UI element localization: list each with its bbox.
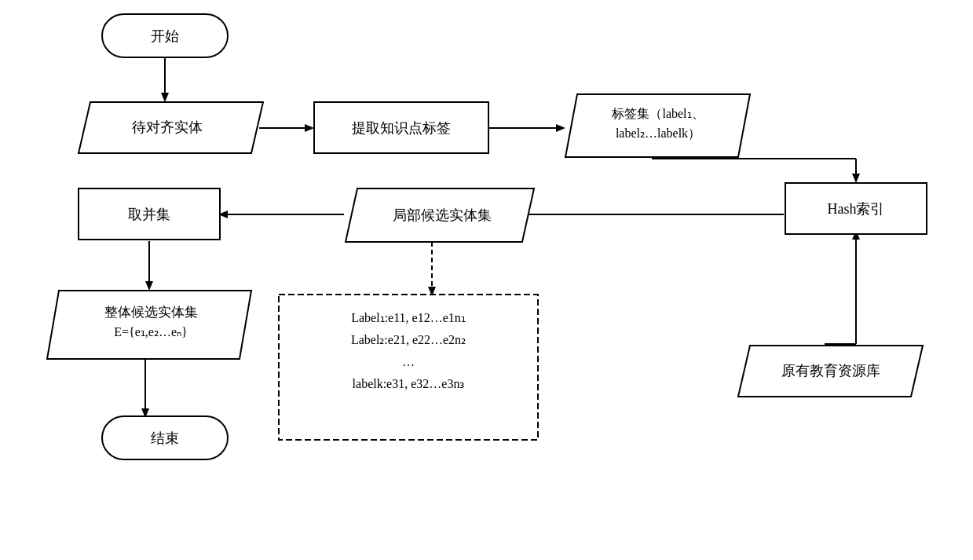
union-label: 取并集 (128, 207, 170, 222)
svg-marker-25 (565, 94, 750, 157)
labeldata-line2: Label₂:e21, e22…e2n₂ (351, 333, 466, 346)
svg-marker-1 (161, 93, 169, 102)
original-db-label: 原有教育资源库 (781, 363, 880, 379)
svg-marker-5 (556, 124, 565, 132)
diagram-svg: 开始 待对齐实体 提取知识点标签 标签集（label₁、 label₂…labe… (0, 0, 973, 560)
labelset-label-line1: 标签集（label₁、 (611, 107, 704, 120)
labeldata-line4: labelk:e31, e32…e3n₃ (353, 377, 465, 390)
svg-marker-8 (852, 174, 860, 183)
labeldata-line3: … (402, 355, 415, 368)
end-label: 结束 (151, 430, 179, 446)
local-cand-label: 局部候选实体集 (393, 207, 492, 223)
labeldata-line1: Label₁:e11, e12…e1n₁ (351, 311, 466, 324)
entity-label: 待对齐实体 (132, 119, 203, 135)
hashindex-label: Hash索引 (828, 201, 885, 217)
overall-cand-label1: 整体候选实体集 (104, 305, 198, 320)
svg-marker-3 (305, 124, 314, 132)
svg-marker-14 (145, 281, 153, 291)
diagram-container: 开始 待对齐实体 提取知识点标签 标签集（label₁、 label₂…labe… (0, 0, 973, 560)
extract-label: 提取知识点标签 (352, 120, 451, 136)
overall-cand-label2: E={e₁,e₂…eₙ} (114, 325, 187, 339)
labelset-label-line2: label₂…labelk） (616, 126, 700, 140)
start-label: 开始 (151, 28, 179, 44)
